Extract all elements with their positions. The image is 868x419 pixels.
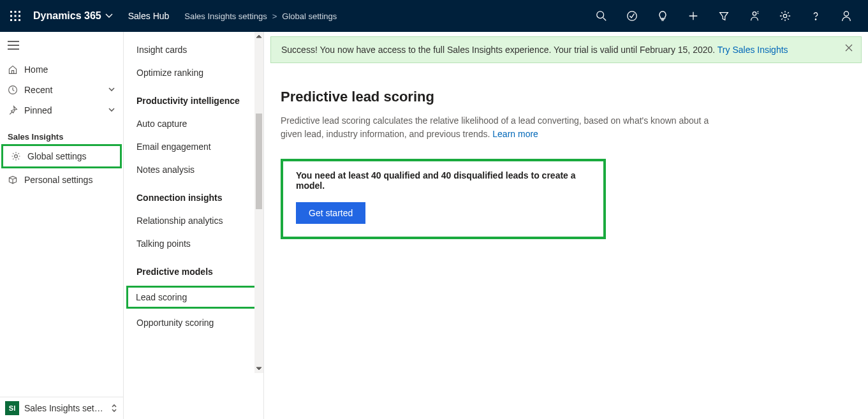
box-icon — [8, 175, 18, 185]
settings-item-notes-analysis[interactable]: Notes analysis — [124, 158, 263, 181]
chevron-down-icon — [108, 85, 115, 95]
svg-point-11 — [753, 12, 756, 15]
assistant-icon[interactable] — [739, 0, 770, 32]
brand-label: Dynamics 365 — [33, 10, 101, 22]
settings-item-relationship-analytics[interactable]: Relationship analytics — [124, 209, 263, 232]
page-lead: Predictive lead scoring calculates the r… — [281, 114, 723, 141]
columns: Home Recent Pinned Sales Insights Global… — [0, 32, 868, 419]
settings-sidebar-inner: Insight cards Optimize ranking Productiv… — [124, 32, 263, 341]
settings-group-predictive: Predictive models — [124, 255, 263, 283]
chevron-down-icon — [105, 12, 113, 20]
breadcrumb-parent[interactable]: Sales Insights settings — [184, 11, 267, 21]
help-icon[interactable] — [800, 0, 831, 32]
updown-icon — [110, 404, 118, 413]
svg-rect-5 — [18, 15, 20, 17]
settings-item-email-engagement[interactable]: Email engagement — [124, 135, 263, 158]
svg-rect-1 — [15, 11, 17, 13]
svg-rect-0 — [10, 11, 12, 13]
filter-icon[interactable] — [709, 0, 739, 32]
svg-point-9 — [597, 11, 604, 18]
page-title: Predictive lead scoring — [281, 89, 723, 105]
home-icon — [8, 64, 18, 75]
gear-small-icon — [11, 151, 21, 161]
get-started-button[interactable]: Get started — [296, 202, 365, 224]
clock-icon — [8, 85, 18, 95]
svg-point-13 — [815, 19, 816, 20]
success-banner: Success! You now have access to the full… — [270, 36, 862, 63]
topbar-right — [586, 0, 862, 32]
settings-item-insight-cards[interactable]: Insight cards — [124, 38, 263, 61]
svg-point-14 — [844, 11, 848, 16]
hamburger-icon[interactable] — [0, 36, 123, 59]
banner-text: Success! You now have access to the full… — [281, 45, 717, 55]
scroll-thumb[interactable] — [256, 114, 262, 209]
add-icon[interactable] — [678, 0, 709, 32]
svg-rect-6 — [10, 19, 12, 21]
gear-icon[interactable] — [770, 0, 800, 32]
left-sidebar-top: Home Recent Pinned Sales Insights Global… — [0, 32, 123, 397]
svg-rect-3 — [10, 15, 12, 17]
breadcrumb: Sales Insights settings > Global setting… — [184, 11, 337, 21]
nav-home-label: Home — [24, 64, 115, 75]
content: Predictive lead scoring Predictive lead … — [264, 63, 723, 239]
pin-icon — [8, 105, 18, 115]
brand-dropdown[interactable]: Dynamics 365 — [33, 10, 113, 22]
svg-rect-2 — [18, 11, 20, 13]
scroll-down-button[interactable] — [254, 364, 263, 373]
topbar-left: Dynamics 365 Sales Hub Sales Insights se… — [6, 7, 586, 25]
cta-requirement-text: You need at least 40 qualified and 40 di… — [296, 170, 588, 191]
settings-item-auto-capture[interactable]: Auto capture — [124, 112, 263, 135]
nav-global-settings[interactable]: Global settings — [1, 144, 122, 168]
nav-recent-label: Recent — [24, 85, 101, 95]
nav-recent[interactable]: Recent — [0, 80, 123, 100]
top-bar: Dynamics 365 Sales Hub Sales Insights se… — [0, 0, 868, 32]
svg-point-16 — [15, 155, 18, 158]
banner-close-icon[interactable] — [844, 43, 855, 54]
settings-item-opportunity-scoring[interactable]: Opportunity scoring — [124, 311, 263, 334]
scroll-up-button[interactable] — [254, 32, 263, 41]
si-badge: SI — [5, 401, 19, 415]
nav-personal-settings-label: Personal settings — [24, 175, 115, 185]
svg-rect-7 — [15, 19, 17, 21]
nav-home[interactable]: Home — [0, 59, 123, 80]
hub-label[interactable]: Sales Hub — [128, 11, 170, 21]
settings-sidebar: Insight cards Optimize ranking Productiv… — [124, 32, 264, 419]
learn-more-link[interactable]: Learn more — [492, 129, 538, 139]
nav-section-header: Sales Insights — [0, 121, 123, 144]
settings-item-optimize-ranking[interactable]: Optimize ranking — [124, 61, 263, 84]
nav-pinned-label: Pinned — [24, 105, 101, 115]
svg-rect-8 — [18, 19, 20, 21]
nav-global-settings-label: Global settings — [27, 151, 112, 161]
app-launcher-icon[interactable] — [6, 7, 24, 25]
sidebar-footer-label: Sales Insights sett… — [24, 403, 105, 413]
main-content: Success! You now have access to the full… — [264, 32, 868, 419]
settings-group-productivity: Productivity intelligence — [124, 84, 263, 112]
settings-item-talking-points[interactable]: Talking points — [124, 232, 263, 255]
task-icon[interactable] — [617, 0, 647, 32]
svg-point-10 — [628, 11, 636, 20]
breadcrumb-current: Global settings — [282, 11, 337, 21]
cta-box: You need at least 40 qualified and 40 di… — [281, 159, 606, 239]
settings-item-lead-scoring[interactable]: Lead scoring — [126, 286, 258, 309]
svg-point-12 — [783, 14, 786, 17]
lightbulb-icon[interactable] — [647, 0, 678, 32]
breadcrumb-separator: > — [272, 11, 277, 21]
settings-group-connection: Connection insights — [124, 181, 263, 209]
banner-link[interactable]: Try Sales Insights — [717, 45, 788, 55]
svg-rect-4 — [15, 15, 17, 17]
nav-personal-settings[interactable]: Personal settings — [0, 170, 123, 190]
search-icon[interactable] — [586, 0, 617, 32]
chevron-down-icon — [108, 105, 115, 115]
user-icon[interactable] — [831, 0, 862, 32]
nav-pinned[interactable]: Pinned — [0, 100, 123, 121]
left-sidebar: Home Recent Pinned Sales Insights Global… — [0, 32, 124, 419]
sidebar-footer-switcher[interactable]: SI Sales Insights sett… — [0, 397, 123, 419]
